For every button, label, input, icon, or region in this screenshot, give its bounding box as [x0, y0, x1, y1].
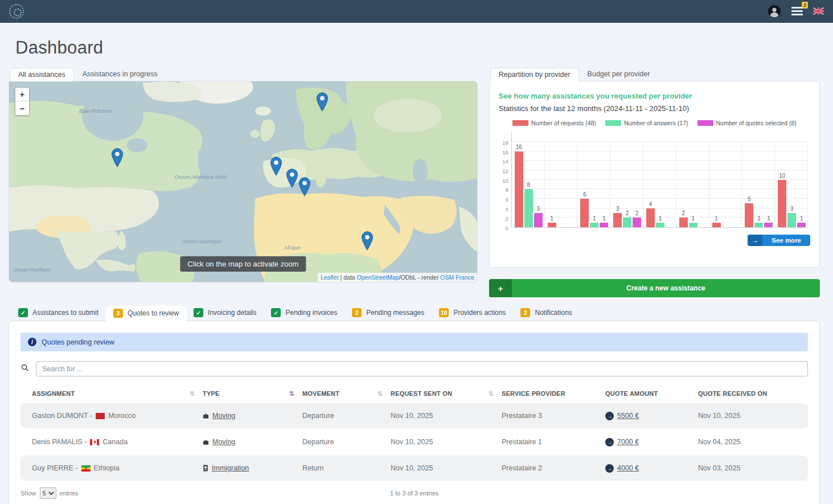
bar-number-of-quotes-selected-8: 3: [534, 206, 543, 227]
main-row: All assistancesAssistances in progress: [0, 67, 833, 297]
tab-notifications[interactable]: 2Notifications: [513, 305, 579, 321]
bar-group: 41: [643, 142, 676, 227]
tab-budget-per-provider[interactable]: Budget per provider: [579, 67, 659, 81]
y-tick-label: 4: [506, 206, 508, 212]
arrow-circle-icon: →: [605, 464, 614, 473]
sort-icon[interactable]: ⇅: [489, 390, 494, 398]
quote-received-cell: Nov 10, 2025: [698, 412, 808, 420]
bar: [534, 213, 543, 227]
column-label: REQUEST SENT ON: [391, 390, 452, 397]
see-more-button[interactable]: → See more: [748, 235, 810, 246]
menu-badge: 2: [802, 2, 808, 9]
table-row[interactable]: Guy PIERRE -EthiopiaImmigrationReturnNov…: [20, 456, 808, 481]
map-zoom-out-button[interactable]: −: [15, 101, 29, 115]
column-header-quote-amount: QUOTE AMOUNT: [605, 390, 698, 397]
bar: [548, 223, 556, 227]
tab-providers-actions[interactable]: 10Providers actions: [432, 305, 513, 321]
count-badge: 2: [520, 308, 530, 317]
search-input[interactable]: [36, 361, 808, 376]
bar: [745, 203, 753, 227]
bar-value-label: 3: [790, 206, 794, 212]
map-marker-icon[interactable]: [298, 177, 311, 196]
ethiopia-flag-icon: [81, 465, 91, 472]
map-marker-icon[interactable]: [270, 157, 282, 176]
map-label: Baie d'Hudson: [79, 108, 112, 114]
quote-amount-link[interactable]: 7000 €: [617, 438, 639, 446]
tab-quotes-to-review[interactable]: 3Quotes to review: [106, 306, 186, 321]
bar-group: 322: [610, 142, 643, 227]
type-link[interactable]: Moving: [212, 412, 235, 420]
column-header-assignment[interactable]: ASSIGNMENT⇅: [20, 390, 203, 398]
tab-assistances-in-progress[interactable]: Assistances in progress: [74, 67, 166, 81]
table-row[interactable]: Denis PAMALIS -CanadaMovingDepartureNov …: [20, 429, 808, 454]
sort-icon[interactable]: ⇅: [289, 390, 294, 398]
bar-value-label: 6: [583, 191, 586, 198]
legend-item: Number of requests (48): [512, 120, 596, 126]
tab-assistances-to-submit[interactable]: ✓Assistances to submit: [11, 305, 106, 321]
page-size-select[interactable]: 5: [40, 487, 56, 499]
tab-label: Assistances to submit: [32, 309, 99, 317]
request-sent-cell: Nov 10, 2025: [391, 412, 502, 420]
quote-amount-link[interactable]: 4000 €: [617, 464, 639, 472]
quote-received-cell: Nov 03, 2025: [698, 464, 808, 472]
assignment-cell: Gaston DUMONT -Morocco: [20, 412, 203, 420]
column-header-type[interactable]: TYPE⇅: [203, 390, 302, 398]
tab-all-assistances[interactable]: All assistances: [10, 68, 74, 81]
quote-amount-link[interactable]: 5500 €: [617, 412, 639, 420]
column-header-request-sent-on[interactable]: REQUEST SENT ON⇅: [391, 390, 502, 398]
app-logo-icon[interactable]: [9, 4, 24, 19]
language-flag-icon[interactable]: [813, 7, 824, 15]
column-label: MOVEMENT: [302, 390, 339, 397]
bar-value-label: 1: [715, 215, 718, 222]
bar-group: 511: [742, 142, 775, 227]
info-banner-text: Quotes pending review: [42, 338, 114, 346]
map-marker-icon[interactable]: [111, 148, 124, 167]
bar: [600, 223, 608, 227]
bar-group: 1683: [512, 142, 545, 227]
notifications-menu-button[interactable]: 2: [791, 7, 803, 15]
canada-flag-icon: [90, 439, 99, 445]
tab-label: Providers actions: [453, 309, 506, 317]
quote-amount-cell: →4000 €: [605, 464, 698, 473]
service-provider-cell: Prestataire 3: [502, 412, 605, 420]
bar-number-of-quotes-selected-8: 1: [764, 215, 773, 227]
type-cell: Moving: [203, 412, 302, 420]
map-marker-icon[interactable]: [316, 92, 329, 112]
user-avatar-icon[interactable]: [768, 5, 781, 18]
y-tick-label: 14: [502, 158, 508, 165]
bar: [590, 223, 598, 227]
table-footer: Show 5 entries 1 to 3 of 3 entries: [20, 487, 808, 499]
attribution-link-openstreetmap[interactable]: OpenStreetMap: [357, 274, 399, 281]
map-zoom-in-button[interactable]: +: [15, 88, 29, 101]
map-label: Afrique: [284, 245, 301, 251]
bar-number-of-answers-17: 1: [754, 215, 763, 227]
app-root: 2 Dashboard All assistancesAssistances i…: [0, 0, 833, 504]
sort-icon[interactable]: ⇅: [377, 390, 383, 398]
assistance-map[interactable]: Baie d'HudsonOcean Atlantique NordOcean …: [9, 81, 477, 282]
map-marker-icon[interactable]: [286, 169, 298, 188]
type-link[interactable]: Immigration: [212, 464, 249, 472]
bar-value-label: 1: [757, 215, 761, 222]
bar-value-label: 2: [635, 210, 639, 216]
sort-icon[interactable]: ⇅: [190, 390, 195, 398]
bar-group: 611: [577, 142, 610, 227]
tab-pending-messages[interactable]: 2Pending messages: [344, 305, 432, 321]
bar-value-label: 1: [692, 215, 695, 222]
search-row: [20, 361, 808, 376]
bar-number-of-requests-48: 3: [613, 206, 622, 227]
attribution-link-leaflet[interactable]: Leaflet: [321, 274, 339, 281]
tab-repartition-by-provider[interactable]: Repartition by provider: [490, 68, 579, 81]
column-header-movement[interactable]: MOVEMENT⇅: [302, 390, 391, 398]
type-link[interactable]: Moving: [212, 438, 235, 446]
tab-pending-invoices[interactable]: ✓Pending invoices: [264, 305, 344, 321]
attribution-link-osm-france[interactable]: OSM France: [440, 274, 474, 281]
bar-number-of-requests-48: 10: [778, 173, 786, 227]
map-marker-icon[interactable]: [361, 231, 374, 251]
tab-invoicing-details[interactable]: ✓Invoicing details: [186, 305, 264, 321]
table-row[interactable]: Gaston DUMONT -MoroccoMovingDepartureNov…: [20, 403, 808, 428]
create-assistance-button[interactable]: + Create a new assistance: [489, 279, 820, 297]
movement-cell: Return: [302, 464, 391, 472]
briefcase-icon: [203, 439, 209, 445]
bar-group: 1031: [775, 142, 808, 227]
bar-value-label: 4: [649, 201, 653, 207]
